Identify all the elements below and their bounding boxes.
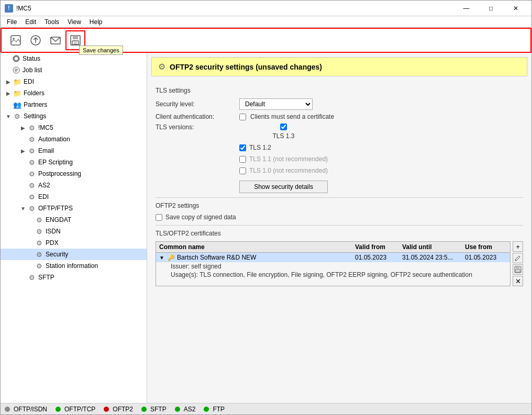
oftp-ftps-expand-arrow: ▼	[19, 205, 27, 212]
status-sftp: SFTP	[141, 406, 167, 413]
sidebar-item-engdat[interactable]: ▶ ⚙ ENGDAT	[1, 214, 147, 226]
ftp-label: FTP	[213, 406, 225, 413]
imc5-gear-icon: ⚙	[28, 124, 36, 132]
sidebar-item-as2[interactable]: ▶ ⚙ AS2	[1, 180, 147, 191]
tls-13-checkbox[interactable]	[280, 124, 287, 130]
sidebar-label-as2: AS2	[38, 182, 50, 189]
sidebar-item-edi[interactable]: ▶ 📁 EDI	[1, 76, 147, 87]
menu-tools[interactable]: Tools	[40, 17, 63, 27]
cert-use-from-0: 01.05.2023	[465, 254, 507, 261]
status-as2: AS2	[175, 406, 196, 413]
sidebar-label-security: Security	[46, 251, 68, 258]
folders-icon: 📁	[13, 89, 21, 97]
oftp2-save-row: Save copy of signed data	[156, 214, 523, 221]
security-level-control: Default High Medium Low	[239, 98, 313, 110]
maximize-button[interactable]: □	[479, 1, 503, 16]
sidebar-item-sftp[interactable]: ▶ ⚙ SFTP	[1, 272, 147, 283]
tls-versions-label: TLS versions:	[156, 124, 239, 131]
svg-rect-6	[73, 36, 78, 39]
status-oftp2: OFTP2	[104, 406, 133, 413]
oftp2-dot	[104, 407, 109, 412]
save-signed-checkbox[interactable]	[156, 214, 162, 221]
sidebar-label-sftp: SFTP	[38, 274, 54, 281]
sidebar-item-settings[interactable]: ▼ ⚙ Settings	[1, 110, 147, 122]
settings-expand-arrow: ▼	[5, 113, 12, 120]
tls-10-row: TLS 1.0 (not recommended)	[239, 167, 328, 174]
cert-actions: + ✕	[511, 241, 523, 286]
menu-help[interactable]: Help	[85, 17, 107, 27]
menu-edit[interactable]: Edit	[21, 17, 40, 27]
sidebar: Status Job list ▶ 📁 EDI ▶ 📁 Folders	[1, 53, 147, 403]
sidebar-item-folders[interactable]: ▶ 📁 Folders	[1, 87, 147, 99]
toolbar-image-button[interactable]	[6, 30, 26, 50]
sidebar-item-joblist[interactable]: Job list	[1, 64, 147, 76]
menu-file[interactable]: File	[3, 17, 21, 27]
toolbar-upload-button[interactable]	[26, 30, 46, 50]
save-tooltip: Save changes	[79, 46, 123, 55]
client-auth-control: Clients must send a certificate	[239, 113, 334, 120]
sidebar-label-automation: Automation	[38, 136, 70, 143]
tls-12-checkbox[interactable]	[239, 144, 246, 151]
sidebar-item-imc5[interactable]: ▶ ⚙ !MC5	[1, 122, 147, 133]
client-auth-checkbox[interactable]	[239, 114, 246, 120]
sidebar-item-automation[interactable]: ▶ ⚙ Automation	[1, 133, 147, 145]
cert-name-0: Bartsch Software R&D NEW	[177, 254, 256, 261]
cert-add-button[interactable]: +	[513, 241, 523, 252]
cert-save-button[interactable]	[513, 264, 523, 275]
sidebar-item-pdx[interactable]: ▶ ⚙ PDX	[1, 237, 147, 249]
cert-expand-icon-0: ▼	[159, 255, 165, 261]
cert-edit-button[interactable]	[513, 253, 523, 263]
sidebar-label-station-info: Station information	[46, 262, 98, 270]
col-valid-until: Valid until	[402, 243, 465, 251]
sidebar-item-status[interactable]: Status	[1, 53, 147, 64]
sidebar-item-isdn[interactable]: ▶ ⚙ ISDN	[1, 226, 147, 237]
sidebar-item-security[interactable]: ▶ ⚙ Security	[1, 249, 147, 260]
show-security-details-button[interactable]: Show security details	[239, 181, 328, 193]
sidebar-item-email[interactable]: ▶ ⚙ Email	[1, 145, 147, 156]
edi2-gear-icon: ⚙	[28, 193, 36, 201]
sidebar-label-oftp-ftps: OFTP/FTPS	[38, 205, 73, 212]
status-ftp: FTP	[204, 406, 225, 413]
save-signed-label: Save copy of signed data	[165, 214, 236, 221]
sidebar-label-isdn: ISDN	[46, 228, 61, 235]
folders-expand-arrow: ▶	[5, 89, 12, 97]
sidebar-item-oftp-ftps[interactable]: ▼ ⚙ OFTP/FTPS	[1, 203, 147, 214]
menu-view[interactable]: View	[63, 17, 85, 27]
app-icon: !	[5, 4, 13, 13]
email-expand-arrow: ▶	[19, 147, 27, 154]
client-auth-checkbox-label: Clients must send a certificate	[250, 113, 334, 120]
sidebar-label-email: Email	[38, 147, 54, 154]
oftp-tcp-dot	[56, 407, 61, 412]
sidebar-item-partners[interactable]: ▶ 👥 Partners	[1, 99, 147, 110]
oftp2-section: OFTP2 settings Save copy of signed data	[156, 202, 523, 221]
cert-row-0[interactable]: ▼ 🔑 Bartsch Software R&D NEW 01.05.2023 …	[156, 253, 510, 262]
col-common-name: Common name	[159, 243, 355, 251]
toolbar-email-button[interactable]	[46, 30, 65, 50]
sidebar-item-ep-scripting[interactable]: ▶ ⚙ EP Scripting	[1, 156, 147, 168]
sidebar-label-joblist: Job list	[23, 66, 42, 74]
cert-issuer-0: Issuer: self signed	[171, 263, 221, 270]
ftp-dot	[204, 407, 209, 412]
sftp-dot	[141, 407, 147, 412]
cert-valid-from-0: 01.05.2023	[355, 254, 402, 261]
tls-11-label: TLS 1.1 (not recommended)	[249, 155, 328, 163]
tls-10-checkbox[interactable]	[239, 167, 246, 174]
content-scroll: TLS settings Security level: Default Hig…	[147, 81, 531, 403]
close-button[interactable]: ✕	[504, 1, 527, 16]
sidebar-item-station-info[interactable]: ▶ ⚙ Station information	[1, 260, 147, 272]
engdat-gear-icon: ⚙	[35, 216, 43, 224]
minimize-button[interactable]: —	[455, 1, 478, 16]
oftp2-certs-divider	[156, 225, 523, 226]
tls-11-checkbox[interactable]	[239, 156, 246, 163]
security-level-select[interactable]: Default High Medium Low	[239, 98, 313, 110]
postprocessing-gear-icon: ⚙	[28, 170, 36, 178]
sidebar-label-edi: EDI	[24, 78, 34, 85]
sidebar-item-postprocessing[interactable]: ▶ ⚙ Postprocessing	[1, 168, 147, 180]
sftp-gear-icon: ⚙	[28, 273, 36, 282]
cert-delete-button[interactable]: ✕	[513, 276, 523, 286]
svg-rect-21	[517, 270, 519, 272]
security-level-label: Security level:	[156, 100, 239, 108]
as2-label: AS2	[184, 406, 196, 413]
svg-point-10	[15, 57, 18, 60]
sidebar-item-edi2[interactable]: ▶ ⚙ EDI	[1, 191, 147, 203]
